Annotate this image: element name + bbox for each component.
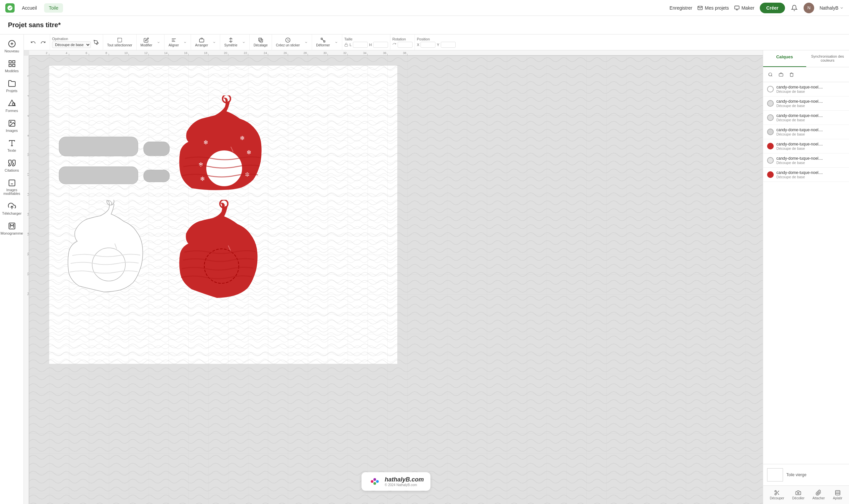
peel-button[interactable]: Décoller <box>790 488 807 501</box>
watermark: hathalyB.com © 2024 NathalyB.com <box>362 472 431 491</box>
red-hat-top[interactable]: ❄ ❄ ❄ ❄ ❄ ❄ <box>175 95 275 208</box>
svg-rect-15 <box>9 180 15 186</box>
x-label: X <box>417 43 419 47</box>
gray-rect-2[interactable] <box>142 140 172 158</box>
sidebar-label-shapes: Formes <box>6 109 18 113</box>
symmetry-button[interactable]: Symétrie <box>222 36 239 48</box>
sidebar-label-models: Modèles <box>5 69 19 73</box>
nav-tab-accueil[interactable]: Accueil <box>17 3 41 13</box>
modifier-button[interactable]: Modifier <box>139 36 155 48</box>
svg-rect-0 <box>734 6 739 9</box>
layer-item[interactable]: candy-dome-tuque-noel.... Découpe de bas… <box>763 154 849 168</box>
canvas-area[interactable]: 2 4 6 8 10 12 14 16 18 20 22 24 26 28 <box>24 50 763 504</box>
search-layers-button[interactable] <box>766 70 775 79</box>
canvas-content[interactable]: ❄ ❄ ❄ ❄ ❄ ❄ <box>29 56 763 504</box>
group-layers-button[interactable] <box>776 70 786 79</box>
nav-tab-toile[interactable]: Toile <box>44 3 63 13</box>
notifications-icon[interactable] <box>790 4 798 12</box>
left-sidebar: Nouveau Modèles Projets Formes Images Te… <box>0 34 24 504</box>
layer-item[interactable]: candy-dome-tuque-noel.... Découpe de bas… <box>763 168 849 182</box>
symmetry-dropdown[interactable] <box>240 39 247 46</box>
quote-icon <box>8 159 16 167</box>
sidebar-item-models[interactable]: Modèles <box>1 57 22 75</box>
svg-text:8: 8 <box>105 51 107 55</box>
layer-item[interactable]: candy-dome-tuque-noel.... Découpe de bas… <box>763 125 849 139</box>
tab-sync-couleurs[interactable]: Synchronisation des couleurs <box>806 50 849 67</box>
symmetry-icon <box>228 37 233 43</box>
sidebar-item-upload[interactable]: Télécharger <box>1 199 22 218</box>
gray-rect-1[interactable] <box>57 135 140 158</box>
sticker-icon <box>285 37 291 43</box>
operation-select[interactable]: Découpe de base <box>52 41 91 48</box>
align-dropdown[interactable] <box>181 39 189 46</box>
svg-rect-7 <box>13 61 15 63</box>
project-title[interactable]: Projet sans titre* <box>8 21 61 29</box>
svg-text:18: 18 <box>27 233 29 236</box>
svg-rect-85 <box>59 167 138 184</box>
select-all-button[interactable]: Tout sélectionner <box>105 36 134 48</box>
rotation-input[interactable] <box>398 42 413 48</box>
arrange-button[interactable]: Arranger <box>193 36 210 48</box>
x-input[interactable] <box>420 42 435 48</box>
deform-button[interactable]: Déformer <box>314 36 332 48</box>
layer-sub: Découpe de base <box>776 89 845 93</box>
pen-tool-button[interactable] <box>91 38 101 47</box>
maker-button[interactable]: Maker <box>734 5 755 11</box>
offset-button[interactable]: Décalage <box>252 36 270 48</box>
right-panel-tabs: Calques Synchronisation des couleurs <box>763 50 849 67</box>
sidebar-item-editable-images[interactable]: Images modifiables <box>1 176 22 198</box>
flatten-button[interactable]: Aplatir <box>830 488 845 501</box>
layer-color-swatch <box>767 86 774 92</box>
peel-icon <box>795 490 801 496</box>
height-input[interactable] <box>373 42 388 48</box>
main-layout: Nouveau Modèles Projets Formes Images Te… <box>0 34 849 504</box>
svg-point-109 <box>775 490 776 492</box>
redo-button[interactable] <box>38 38 48 47</box>
undo-button[interactable] <box>29 38 38 47</box>
sidebar-item-projects[interactable]: Projets <box>1 77 22 95</box>
align-button[interactable]: Aligner <box>167 36 181 48</box>
layer-item[interactable]: candy-dome-tuque-noel.... Découpe de bas… <box>763 139 849 154</box>
user-menu[interactable]: NathalyB <box>819 5 844 11</box>
deform-dropdown[interactable] <box>333 39 340 46</box>
sidebar-label-monogram: Monogramme <box>1 231 23 235</box>
svg-text:16: 16 <box>27 213 29 216</box>
symmetry-label: Symétrie <box>224 43 237 47</box>
attach-label: Attacher <box>813 497 825 500</box>
sidebar-item-text[interactable]: Texte <box>1 137 22 155</box>
projects-button[interactable]: Mes projets <box>697 5 729 11</box>
outline-hat-left[interactable] <box>66 200 152 296</box>
modifier-dropdown[interactable] <box>155 39 162 46</box>
lock-icon <box>344 43 348 47</box>
attach-button[interactable]: Attacher <box>810 488 828 501</box>
y-input[interactable] <box>441 42 456 48</box>
cut-button[interactable]: Découper <box>767 488 787 501</box>
tab-calques[interactable]: Calques <box>763 50 806 67</box>
sidebar-item-new[interactable]: Nouveau <box>1 37 22 56</box>
create-button[interactable]: Créer <box>760 3 785 13</box>
svg-text:22: 22 <box>244 51 247 55</box>
gray-rect-4[interactable] <box>142 168 172 184</box>
save-button[interactable]: Enregistrer <box>670 5 692 11</box>
layer-item[interactable]: candy-dome-tuque-noel.... Découpe de bas… <box>763 111 849 125</box>
width-input[interactable] <box>353 42 368 48</box>
create-sticker-button[interactable]: Créez un sticker <box>274 36 302 48</box>
align-label: Aligner <box>169 43 179 47</box>
layer-item[interactable]: candy-dome-tuque-noel.... Découpe de bas… <box>763 96 849 111</box>
sticker-dropdown[interactable] <box>302 39 310 46</box>
modifier-label: Modifier <box>141 43 153 47</box>
watermark-icon <box>368 475 381 488</box>
delete-layers-button[interactable] <box>787 70 796 79</box>
layer-color-swatch <box>767 143 774 149</box>
sidebar-item-monogram[interactable]: Monogramme <box>1 219 22 238</box>
gray-rect-3[interactable] <box>57 165 140 186</box>
red-hat-bottom[interactable] <box>175 200 271 299</box>
sidebar-item-shapes[interactable]: Formes <box>1 97 22 115</box>
sidebar-item-citations[interactable]: Citations <box>1 157 22 175</box>
arrange-dropdown[interactable] <box>211 39 218 46</box>
chevron-down-icon <box>840 6 844 10</box>
svg-text:❄: ❄ <box>198 161 203 168</box>
ruler-left: 2 4 6 8 10 12 14 16 18 20 22 24 <box>24 56 29 504</box>
sidebar-item-images[interactable]: Images <box>1 116 22 135</box>
layer-item[interactable]: candy-dome-tuque-noel.... Découpe de bas… <box>763 82 849 96</box>
